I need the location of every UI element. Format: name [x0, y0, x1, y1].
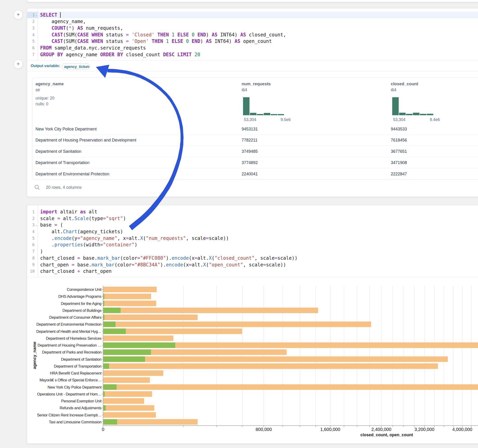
code-line[interactable]: import altair as alt	[38, 209, 478, 215]
code-token	[129, 32, 132, 37]
bar-open-count	[103, 384, 117, 390]
table-row[interactable]: Department of Environmental Protection22…	[32, 168, 478, 180]
code-token: (type	[89, 216, 103, 221]
code-line[interactable]: chart_closed + chart_open	[38, 268, 478, 275]
code-line[interactable]: scale = alt.Scale(type="sqrt")	[38, 215, 478, 222]
code-token: "#FFC080"	[140, 255, 166, 261]
table-cell: 3677651	[391, 149, 407, 154]
divider	[27, 71, 478, 71]
code-token: ).	[160, 262, 166, 268]
column-header[interactable]: closed_count	[391, 81, 418, 87]
add-cell-button-output[interactable]: +	[14, 59, 23, 69]
code-token: "sqrt"	[106, 216, 123, 221]
code-line[interactable]: .encode(y="agency_name", x=alt.X("num_re…	[38, 235, 478, 242]
code-token	[89, 38, 92, 44]
code-token: encode	[54, 236, 71, 241]
python-code[interactable]: import altair as altscale = alt.Scale(ty…	[38, 205, 478, 275]
code-line[interactable]: agency_name,	[38, 18, 478, 25]
code-token: (color	[114, 262, 132, 268]
line-number: 5	[27, 235, 38, 242]
code-line[interactable]: alt.Chart(agency_tickets)	[38, 228, 478, 235]
table-cell: 3749485	[242, 149, 258, 154]
code-token: (SUM(	[63, 38, 77, 44]
code-line[interactable]: CAST(SUM(CASE WHEN status = 'Open' THEN …	[38, 38, 478, 45]
code-token: AS	[77, 25, 83, 31]
line-number-label: 4	[32, 228, 35, 235]
line-number: 10	[27, 268, 38, 275]
code-line[interactable]: )	[38, 248, 478, 255]
code-token: )	[40, 249, 43, 254]
code-line[interactable]: COUNT(*) AS num_requests,	[38, 25, 478, 31]
line-number: 1⌄	[27, 12, 38, 19]
y-category-label: Mayorâ€ s Office of Special Enforce…	[39, 378, 101, 382]
partial-cell-above	[27, 0, 478, 2]
code-token: =	[103, 216, 106, 221]
code-token: *	[69, 25, 71, 31]
line-number-label: 6	[32, 242, 35, 248]
table-row[interactable]: Department of Housing Preservation and D…	[32, 135, 478, 146]
column-histogram	[243, 97, 284, 115]
code-token: 'Closed'	[132, 32, 155, 37]
line-number: 9	[27, 261, 38, 268]
column-header[interactable]: num_requests	[242, 81, 271, 87]
code-token: )	[71, 25, 77, 31]
code-token: alt	[86, 209, 97, 215]
code-token: (x	[189, 255, 195, 261]
code-token: closed_count,	[246, 32, 286, 37]
y-category-label: New York City Police Department	[48, 385, 101, 389]
code-token: scale))	[266, 262, 286, 268]
code-line[interactable]: SELECT	[38, 12, 478, 19]
table-row[interactable]: New York City Police Department945313194…	[32, 124, 478, 135]
code-token: ).	[166, 255, 172, 261]
code-token: =	[100, 242, 103, 248]
code-line[interactable]: .properties(width="container")	[38, 242, 478, 248]
code-line[interactable]: FROM sample_data.nyc.service_requests	[38, 45, 478, 51]
code-line[interactable]: chart_closed = base.mark_bar(color="#FFC…	[38, 255, 478, 261]
fold-chevron-icon[interactable]: ⌄	[36, 222, 37, 228]
code-token: altair	[57, 209, 80, 215]
code-token: "container"	[103, 242, 134, 248]
code-token: chart_open	[40, 262, 71, 268]
code-line[interactable]: base = (	[38, 222, 478, 228]
code-token: GROUP BY	[40, 52, 63, 57]
code-token: (	[66, 25, 69, 31]
code-token: SELECT	[40, 12, 57, 18]
code-token: alt.	[197, 255, 209, 261]
y-category-label: Department of Homeless Services	[46, 336, 101, 340]
line-number-label: 2	[32, 18, 35, 25]
bar-closed-count	[103, 287, 157, 292]
code-token: alt.	[60, 216, 75, 221]
code-token: mark_bar	[92, 262, 114, 268]
sql-editor[interactable]: 1⌄234567 SELECT agency_name, COUNT(*) AS…	[27, 8, 478, 60]
python-editor[interactable]: 123⌄45678910 import altair as altscale =…	[27, 205, 478, 277]
bar-closed-count	[103, 377, 150, 383]
y-category-label: Correspondence Unit	[67, 287, 102, 292]
code-line[interactable]: chart_open = base.mark_bar(color="#8BC34…	[38, 261, 478, 268]
altair-bar-chart: 0800,0001,600,0002,400,0003,200,0004,000…	[27, 277, 478, 443]
bar-open-count	[103, 405, 106, 411]
code-token: =	[57, 216, 60, 221]
histogram-min-label: 53,304	[393, 117, 406, 122]
code-token	[175, 52, 177, 57]
table-row[interactable]: Department of Sanitation37494853677651	[32, 146, 478, 157]
output-variable-badge[interactable]: agency_tickets	[62, 63, 90, 70]
code-token: "open_count"	[209, 262, 243, 268]
table-row[interactable]: Department of Transportation377489234719…	[32, 157, 478, 168]
add-cell-button-top[interactable]: +	[14, 10, 23, 19]
sql-code[interactable]: SELECT agency_name, COUNT(*) AS num_requ…	[38, 8, 478, 58]
code-line[interactable]: CAST(SUM(CASE WHEN status = 'Closed' THE…	[38, 31, 478, 38]
line-number-label: 7	[32, 51, 35, 58]
code-token: sample_data.nyc.service_requests	[52, 45, 146, 51]
column-header[interactable]: agency_name	[36, 81, 64, 87]
code-token: =	[132, 262, 134, 268]
code-token: (width	[83, 242, 100, 248]
search-icon[interactable]	[34, 184, 40, 190]
code-token: =	[54, 222, 57, 228]
line-number-label: 10	[30, 268, 35, 275]
fold-chevron-icon[interactable]: ⌄	[36, 12, 38, 19]
bar-closed-count	[103, 322, 371, 327]
code-token: )	[200, 38, 206, 44]
table-cell: Department of Housing Preservation and D…	[36, 138, 136, 143]
code-token: alt.	[40, 229, 63, 234]
code-line[interactable]: GROUP BY agency_name ORDER BY closed_cou…	[38, 51, 478, 58]
